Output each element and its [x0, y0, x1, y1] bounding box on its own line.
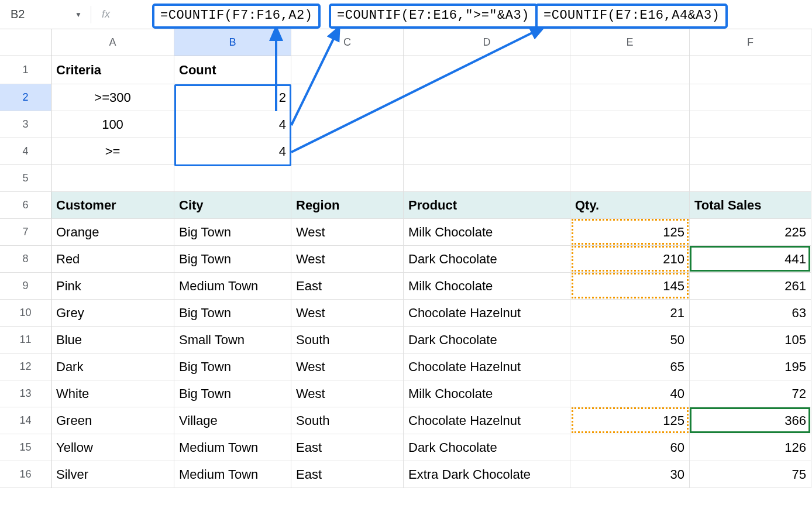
cell-d10[interactable]: Chocolate Hazelnut	[404, 300, 570, 327]
cell-b11[interactable]: Small Town	[174, 327, 291, 353]
cell-b13[interactable]: Big Town	[174, 380, 291, 407]
cell-b10[interactable]: Big Town	[174, 300, 291, 327]
col-head-e[interactable]: E	[570, 29, 690, 56]
cell-f10[interactable]: 63	[690, 300, 811, 327]
chevron-down-icon[interactable]: ▼	[75, 11, 82, 19]
cell-e13[interactable]: 40	[570, 380, 690, 407]
cell-c13[interactable]: West	[291, 380, 404, 407]
cell-b5[interactable]	[174, 165, 291, 192]
cell-b2[interactable]: 2	[174, 84, 291, 111]
cell-f12[interactable]: 195	[690, 353, 811, 380]
col-head-b[interactable]: B	[174, 29, 291, 56]
cell-a5[interactable]	[51, 165, 174, 192]
cell-e6[interactable]: Qty.	[570, 192, 690, 219]
cell-a15[interactable]: Yellow	[51, 434, 174, 461]
cell-a16[interactable]: Silver	[51, 461, 174, 488]
cell-c3[interactable]	[291, 111, 404, 138]
cell-c12[interactable]: West	[291, 353, 404, 380]
cell-f6[interactable]: Total Sales	[690, 192, 811, 219]
row-head-16[interactable]: 16	[0, 461, 51, 488]
cell-d1[interactable]	[404, 56, 570, 84]
col-head-a[interactable]: A	[51, 29, 174, 56]
cell-f8[interactable]: 441	[690, 246, 811, 273]
col-head-c[interactable]: C	[291, 29, 404, 56]
cell-b6[interactable]: City	[174, 192, 291, 219]
row-head-11[interactable]: 11	[0, 327, 51, 353]
cell-e14[interactable]: 125	[570, 407, 690, 434]
cell-f13[interactable]: 72	[690, 380, 811, 407]
cell-a2[interactable]: >=300	[51, 84, 174, 111]
cell-e11[interactable]: 50	[570, 327, 690, 353]
cell-e5[interactable]	[570, 165, 690, 192]
cell-d2[interactable]	[404, 84, 570, 111]
row-head-12[interactable]: 12	[0, 353, 51, 380]
cell-e16[interactable]: 30	[570, 461, 690, 488]
cell-c11[interactable]: South	[291, 327, 404, 353]
cell-f16[interactable]: 75	[690, 461, 811, 488]
cell-f7[interactable]: 225	[690, 219, 811, 246]
cell-e1[interactable]	[570, 56, 690, 84]
cell-c2[interactable]	[291, 84, 404, 111]
select-all-corner[interactable]	[0, 29, 51, 56]
row-head-13[interactable]: 13	[0, 380, 51, 407]
cell-e10[interactable]: 21	[570, 300, 690, 327]
cell-c1[interactable]	[291, 56, 404, 84]
cell-e4[interactable]	[570, 138, 690, 165]
col-head-f[interactable]: F	[690, 29, 811, 56]
cell-e15[interactable]: 60	[570, 434, 690, 461]
cell-f2[interactable]	[690, 84, 811, 111]
cell-d9[interactable]: Milk Chocolate	[404, 273, 570, 300]
cell-c15[interactable]: East	[291, 434, 404, 461]
cell-b15[interactable]: Medium Town	[174, 434, 291, 461]
cell-b1[interactable]: Count	[174, 56, 291, 84]
cell-a12[interactable]: Dark	[51, 353, 174, 380]
cell-f9[interactable]: 261	[690, 273, 811, 300]
cell-c6[interactable]: Region	[291, 192, 404, 219]
cell-c14[interactable]: South	[291, 407, 404, 434]
row-head-4[interactable]: 4	[0, 138, 51, 165]
cell-e3[interactable]	[570, 111, 690, 138]
cell-d14[interactable]: Chocolate Hazelnut	[404, 407, 570, 434]
cell-f11[interactable]: 105	[690, 327, 811, 353]
cell-b7[interactable]: Big Town	[174, 219, 291, 246]
cell-a10[interactable]: Grey	[51, 300, 174, 327]
cell-d6[interactable]: Product	[404, 192, 570, 219]
row-head-14[interactable]: 14	[0, 407, 51, 434]
cell-d13[interactable]: Milk Chocolate	[404, 380, 570, 407]
cell-a14[interactable]: Green	[51, 407, 174, 434]
row-head-9[interactable]: 9	[0, 273, 51, 300]
cell-c9[interactable]: East	[291, 273, 404, 300]
cell-a7[interactable]: Orange	[51, 219, 174, 246]
row-head-3[interactable]: 3	[0, 111, 51, 138]
cell-b16[interactable]: Medium Town	[174, 461, 291, 488]
cell-f3[interactable]	[690, 111, 811, 138]
cell-f14[interactable]: 366	[690, 407, 811, 434]
cell-d4[interactable]	[404, 138, 570, 165]
cell-d15[interactable]: Dark Chocolate	[404, 434, 570, 461]
cell-e9[interactable]: 145	[570, 273, 690, 300]
cell-c5[interactable]	[291, 165, 404, 192]
cell-d3[interactable]	[404, 111, 570, 138]
cell-d8[interactable]: Dark Chocolate	[404, 246, 570, 273]
cell-d5[interactable]	[404, 165, 570, 192]
cell-d7[interactable]: Milk Chocolate	[404, 219, 570, 246]
cell-b12[interactable]: Big Town	[174, 353, 291, 380]
cell-f5[interactable]	[690, 165, 811, 192]
row-head-8[interactable]: 8	[0, 246, 51, 273]
cell-d12[interactable]: Chocolate Hazelnut	[404, 353, 570, 380]
row-head-1[interactable]: 1	[0, 56, 51, 84]
col-head-d[interactable]: D	[404, 29, 570, 56]
cell-b14[interactable]: Village	[174, 407, 291, 434]
cell-b9[interactable]: Medium Town	[174, 273, 291, 300]
row-head-7[interactable]: 7	[0, 219, 51, 246]
cell-a13[interactable]: White	[51, 380, 174, 407]
name-box[interactable]: B2 ▼	[0, 8, 91, 21]
cell-e7[interactable]: 125	[570, 219, 690, 246]
cell-c4[interactable]	[291, 138, 404, 165]
cell-b3[interactable]: 4	[174, 111, 291, 138]
cell-c10[interactable]: West	[291, 300, 404, 327]
cell-d11[interactable]: Dark Chocolate	[404, 327, 570, 353]
cell-f15[interactable]: 126	[690, 434, 811, 461]
cell-a11[interactable]: Blue	[51, 327, 174, 353]
cell-b4[interactable]: 4	[174, 138, 291, 165]
